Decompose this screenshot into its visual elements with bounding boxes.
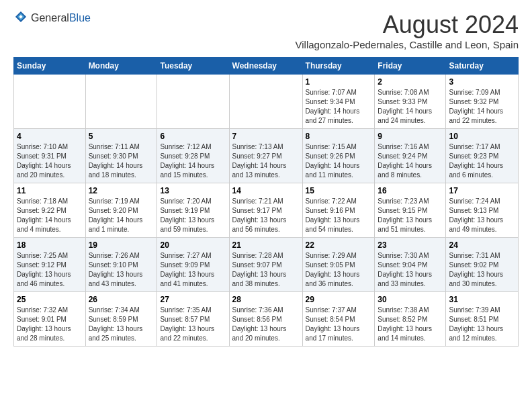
- day-info: Sunrise: 7:28 AMSunset: 9:07 PMDaylight:…: [232, 251, 300, 289]
- day-number: 20: [160, 240, 226, 250]
- logo-general-text: General: [31, 12, 69, 24]
- calendar-cell: 7Sunrise: 7:13 AMSunset: 9:27 PMDaylight…: [229, 129, 302, 183]
- day-number: 18: [17, 240, 83, 250]
- calendar-week-row: 4Sunrise: 7:10 AMSunset: 9:31 PMDaylight…: [14, 129, 519, 183]
- day-number: 24: [449, 240, 515, 250]
- month-year-title: August 2024: [296, 11, 519, 39]
- logo-icon: [15, 11, 27, 23]
- weekday-header-tuesday: Tuesday: [157, 58, 229, 75]
- day-number: 10: [449, 132, 515, 141]
- calendar-week-row: 18Sunrise: 7:25 AMSunset: 9:12 PMDayligh…: [14, 238, 519, 292]
- calendar-cell: 10Sunrise: 7:17 AMSunset: 9:23 PMDayligh…: [446, 129, 519, 183]
- day-number: 23: [378, 240, 443, 250]
- calendar-week-row: 11Sunrise: 7:18 AMSunset: 9:22 PMDayligh…: [14, 183, 519, 238]
- day-info: Sunrise: 7:15 AMSunset: 9:26 PMDaylight:…: [306, 142, 372, 180]
- day-number: 15: [306, 186, 372, 195]
- day-info: Sunrise: 7:27 AMSunset: 9:09 PMDaylight:…: [160, 251, 226, 289]
- calendar-body: 1Sunrise: 7:07 AMSunset: 9:34 PMDaylight…: [14, 75, 519, 347]
- day-number: 13: [160, 186, 226, 195]
- calendar-cell: 14Sunrise: 7:21 AMSunset: 9:17 PMDayligh…: [229, 183, 302, 238]
- calendar-cell: 26Sunrise: 7:34 AMSunset: 8:59 PMDayligh…: [85, 292, 157, 347]
- calendar-cell: 8Sunrise: 7:15 AMSunset: 9:26 PMDaylight…: [302, 129, 375, 183]
- day-number: 4: [17, 132, 83, 141]
- calendar-cell: 17Sunrise: 7:24 AMSunset: 9:13 PMDayligh…: [446, 183, 519, 238]
- day-number: 25: [17, 295, 83, 304]
- calendar-cell: 23Sunrise: 7:30 AMSunset: 9:04 PMDayligh…: [375, 238, 446, 292]
- calendar-cell: 22Sunrise: 7:29 AMSunset: 9:05 PMDayligh…: [302, 238, 375, 292]
- calendar-cell: 5Sunrise: 7:11 AMSunset: 9:30 PMDaylight…: [85, 129, 157, 183]
- calendar-week-row: 1Sunrise: 7:07 AMSunset: 9:34 PMDaylight…: [14, 75, 519, 129]
- calendar-cell: 27Sunrise: 7:35 AMSunset: 8:57 PMDayligh…: [157, 292, 229, 347]
- day-number: 5: [89, 132, 154, 141]
- calendar-cell: 11Sunrise: 7:18 AMSunset: 9:22 PMDayligh…: [14, 183, 86, 238]
- calendar-cell: 31Sunrise: 7:39 AMSunset: 8:51 PMDayligh…: [446, 292, 519, 347]
- logo: GeneralBlue: [13, 11, 91, 26]
- day-info: Sunrise: 7:35 AMSunset: 8:57 PMDaylight:…: [160, 306, 226, 343]
- day-info: Sunrise: 7:39 AMSunset: 8:51 PMDaylight:…: [449, 306, 515, 343]
- day-info: Sunrise: 7:30 AMSunset: 9:04 PMDaylight:…: [378, 251, 443, 289]
- calendar-cell: 30Sunrise: 7:38 AMSunset: 8:52 PMDayligh…: [375, 292, 446, 347]
- calendar-cell: [157, 75, 229, 129]
- day-info: Sunrise: 7:24 AMSunset: 9:13 PMDaylight:…: [449, 197, 515, 234]
- day-info: Sunrise: 7:07 AMSunset: 9:34 PMDaylight:…: [306, 88, 372, 126]
- day-number: 16: [378, 186, 443, 195]
- day-number: 6: [160, 132, 226, 141]
- weekday-header-friday: Friday: [375, 58, 446, 75]
- day-info: Sunrise: 7:32 AMSunset: 9:01 PMDaylight:…: [17, 306, 83, 343]
- calendar-cell: 6Sunrise: 7:12 AMSunset: 9:28 PMDaylight…: [157, 129, 229, 183]
- calendar-cell: 13Sunrise: 7:20 AMSunset: 9:19 PMDayligh…: [157, 183, 229, 238]
- day-info: Sunrise: 7:34 AMSunset: 8:59 PMDaylight:…: [89, 306, 154, 343]
- calendar-cell: 15Sunrise: 7:22 AMSunset: 9:16 PMDayligh…: [302, 183, 375, 238]
- weekday-header-monday: Monday: [85, 58, 157, 75]
- day-number: 29: [306, 295, 372, 304]
- day-info: Sunrise: 7:09 AMSunset: 9:32 PMDaylight:…: [449, 88, 515, 126]
- calendar-week-row: 25Sunrise: 7:32 AMSunset: 9:01 PMDayligh…: [14, 292, 519, 347]
- day-info: Sunrise: 7:20 AMSunset: 9:19 PMDaylight:…: [160, 197, 226, 234]
- day-info: Sunrise: 7:31 AMSunset: 9:02 PMDaylight:…: [449, 251, 515, 289]
- day-number: 26: [89, 295, 154, 304]
- day-number: 1: [306, 77, 372, 87]
- day-number: 14: [232, 186, 300, 195]
- day-info: Sunrise: 7:36 AMSunset: 8:56 PMDaylight:…: [232, 306, 300, 343]
- day-info: Sunrise: 7:12 AMSunset: 9:28 PMDaylight:…: [160, 142, 226, 180]
- day-number: 7: [232, 132, 300, 141]
- weekday-header-thursday: Thursday: [302, 58, 375, 75]
- day-number: 31: [449, 295, 515, 304]
- day-number: 11: [17, 186, 83, 195]
- calendar-cell: 28Sunrise: 7:36 AMSunset: 8:56 PMDayligh…: [229, 292, 302, 347]
- calendar-cell: 19Sunrise: 7:26 AMSunset: 9:10 PMDayligh…: [85, 238, 157, 292]
- calendar-cell: 9Sunrise: 7:16 AMSunset: 9:24 PMDaylight…: [375, 129, 446, 183]
- day-info: Sunrise: 7:16 AMSunset: 9:24 PMDaylight:…: [378, 142, 443, 180]
- calendar-cell: 12Sunrise: 7:19 AMSunset: 9:20 PMDayligh…: [85, 183, 157, 238]
- day-number: 21: [232, 240, 300, 250]
- day-number: 3: [449, 77, 515, 87]
- day-number: 28: [232, 295, 300, 304]
- day-number: 17: [449, 186, 515, 195]
- day-number: 12: [89, 186, 154, 195]
- day-number: 27: [160, 295, 226, 304]
- day-number: 9: [378, 132, 443, 141]
- day-info: Sunrise: 7:11 AMSunset: 9:30 PMDaylight:…: [89, 142, 154, 180]
- calendar-header-row: SundayMondayTuesdayWednesdayThursdayFrid…: [14, 58, 519, 75]
- calendar-cell: 2Sunrise: 7:08 AMSunset: 9:33 PMDaylight…: [375, 75, 446, 129]
- day-number: 19: [89, 240, 154, 250]
- day-info: Sunrise: 7:23 AMSunset: 9:15 PMDaylight:…: [378, 197, 443, 234]
- weekday-header-saturday: Saturday: [446, 58, 519, 75]
- day-info: Sunrise: 7:25 AMSunset: 9:12 PMDaylight:…: [17, 251, 83, 289]
- calendar-cell: 21Sunrise: 7:28 AMSunset: 9:07 PMDayligh…: [229, 238, 302, 292]
- day-number: 22: [306, 240, 372, 250]
- day-info: Sunrise: 7:13 AMSunset: 9:27 PMDaylight:…: [232, 142, 300, 180]
- day-info: Sunrise: 7:17 AMSunset: 9:23 PMDaylight:…: [449, 142, 515, 180]
- day-info: Sunrise: 7:21 AMSunset: 9:17 PMDaylight:…: [232, 197, 300, 234]
- calendar-cell: 1Sunrise: 7:07 AMSunset: 9:34 PMDaylight…: [302, 75, 375, 129]
- weekday-header-sunday: Sunday: [14, 58, 86, 75]
- day-info: Sunrise: 7:38 AMSunset: 8:52 PMDaylight:…: [378, 306, 443, 343]
- day-info: Sunrise: 7:08 AMSunset: 9:33 PMDaylight:…: [378, 88, 443, 126]
- calendar-cell: [14, 75, 86, 129]
- day-info: Sunrise: 7:37 AMSunset: 8:54 PMDaylight:…: [306, 306, 372, 343]
- day-number: 2: [378, 77, 443, 87]
- calendar-cell: 3Sunrise: 7:09 AMSunset: 9:32 PMDaylight…: [446, 75, 519, 129]
- calendar-cell: [229, 75, 302, 129]
- day-info: Sunrise: 7:18 AMSunset: 9:22 PMDaylight:…: [17, 197, 83, 234]
- calendar-cell: 4Sunrise: 7:10 AMSunset: 9:31 PMDaylight…: [14, 129, 86, 183]
